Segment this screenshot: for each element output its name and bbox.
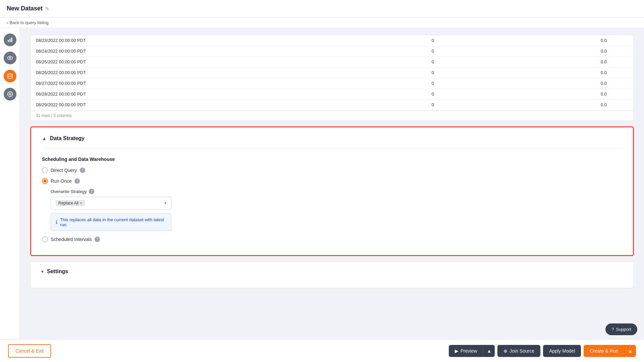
table-cell-date: 08/26/2022 00:00:00 PDT	[31, 67, 305, 78]
join-source-icon: ⊕	[503, 348, 507, 354]
overwrite-section: Overwrite Strategy ? Replace All × ▾ ℹ T…	[51, 189, 622, 231]
table-row: 08/28/2022 00:00:00 PDT 0 0.0	[31, 89, 634, 100]
back-label: Back to query listing	[9, 20, 48, 25]
table-cell-col2: 0	[305, 67, 461, 78]
subsection-title: Scheduling and Data Warehouse	[42, 157, 622, 162]
overwrite-dropdown-btn[interactable]: Replace All × ▾	[51, 197, 171, 209]
support-button[interactable]: ? Support	[605, 323, 637, 335]
svg-rect-0	[8, 40, 9, 42]
radio-scheduled-intervals[interactable]: Scheduled Intervals ?	[42, 236, 622, 242]
scheduled-intervals-label: Scheduled Intervals	[51, 237, 92, 242]
collapse-icon[interactable]: ▲	[42, 136, 47, 141]
table-row: 08/27/2022 00:00:00 PDT 0 0.0	[31, 78, 634, 89]
edit-icon[interactable]: ✎	[45, 6, 49, 11]
table-cell-date: 08/29/2022 00:00:00 PDT	[31, 100, 305, 110]
main-layout: 08/23/2022 00:00:00 PDT 0 0.0 08/24/2022…	[0, 28, 644, 339]
create-run-caret-button[interactable]: ▲	[624, 345, 636, 357]
sidebar-database-icon[interactable]	[4, 70, 16, 82]
svg-rect-2	[11, 38, 12, 42]
table-cell-col3: 0.0	[461, 78, 634, 89]
table-cell-col2: 0	[305, 35, 461, 46]
section-header: ▲ Data Strategy	[42, 135, 622, 141]
preview-button-group: ▶ Preview ▲	[449, 345, 495, 357]
dropdown-tag: Replace All ×	[56, 200, 85, 206]
preview-play-icon: ▶	[455, 348, 459, 354]
radio-run-once[interactable]: Run Once ?	[42, 178, 622, 184]
settings-title: Settings	[47, 268, 68, 275]
overwrite-label: Overwrite Strategy ?	[51, 189, 622, 194]
divider	[42, 148, 622, 148]
run-once-help-icon[interactable]: ?	[74, 178, 80, 184]
table-cell-col2: 0	[305, 78, 461, 89]
bottom-toolbar: Cancel & Exit ▶ Preview ▲ ⊕ Join Source …	[0, 339, 644, 362]
table-row: 08/29/2022 00:00:00 PDT 0 0.0	[31, 100, 634, 110]
run-once-label: Run Once	[51, 178, 72, 184]
info-box: ℹ This replaces all data in the current …	[51, 214, 171, 231]
support-icon: ?	[611, 327, 614, 332]
settings-collapse-icon[interactable]: ▾	[41, 269, 44, 274]
support-label: Support	[616, 327, 631, 332]
table-cell-date: 08/24/2022 00:00:00 PDT	[31, 46, 305, 57]
table-row: 08/23/2022 00:00:00 PDT 0 0.0	[31, 35, 634, 46]
table-cell-date: 08/27/2022 00:00:00 PDT	[31, 78, 305, 89]
sidebar-settings-icon[interactable]	[4, 88, 16, 101]
create-run-button[interactable]: Create & Run	[584, 345, 624, 357]
radio-btn-scheduled[interactable]	[42, 236, 48, 242]
table-cell-col3: 0.0	[461, 46, 634, 57]
info-icon: ℹ	[56, 220, 57, 225]
table-cell-col3: 0.0	[461, 67, 634, 78]
table-cell-col3: 0.0	[461, 57, 634, 67]
sidebar-eye-icon[interactable]	[4, 52, 16, 64]
preview-caret-button[interactable]: ▲	[483, 345, 495, 357]
radio-btn-direct-query[interactable]	[42, 167, 48, 173]
scheduled-help-icon[interactable]: ?	[95, 237, 100, 242]
page-title: New Dataset	[7, 5, 43, 12]
table-cell-col3: 0.0	[461, 100, 634, 110]
back-chevron: ‹	[7, 20, 8, 25]
preview-button[interactable]: ▶ Preview	[449, 345, 483, 357]
create-run-button-group: Create & Run ▲	[584, 345, 636, 357]
table-cell-col3: 0.0	[461, 35, 634, 46]
overwrite-help-icon[interactable]: ?	[89, 189, 94, 194]
table-cell-date: 08/25/2022 00:00:00 PDT	[31, 57, 305, 67]
cancel-exit-button[interactable]: Cancel & Exit	[8, 344, 51, 358]
content-area: 08/23/2022 00:00:00 PDT 0 0.0 08/24/2022…	[20, 28, 644, 339]
svg-point-4	[8, 74, 12, 75]
svg-point-5	[9, 94, 11, 95]
direct-query-help-icon[interactable]: ?	[80, 168, 85, 173]
apply-model-button[interactable]: Apply Model	[543, 345, 581, 357]
table-cell-date: 08/28/2022 00:00:00 PDT	[31, 89, 305, 100]
sidebar-chart-icon[interactable]	[4, 34, 16, 46]
right-actions: ▶ Preview ▲ ⊕ Join Source Apply Model Cr…	[449, 345, 636, 357]
table-cell-col2: 0	[305, 100, 461, 110]
table-cell-col2: 0	[305, 46, 461, 57]
table-cell-col2: 0	[305, 57, 461, 67]
table-row: 08/24/2022 00:00:00 PDT 0 0.0	[31, 46, 634, 57]
chevron-down-icon: ▾	[164, 201, 166, 205]
preview-label: Preview	[461, 348, 477, 354]
join-source-button[interactable]: ⊕ Join Source	[497, 345, 540, 357]
data-strategy-section: ▲ Data Strategy Scheduling and Data Ware…	[30, 126, 634, 256]
section-title: Data Strategy	[50, 135, 85, 141]
settings-header: ▾ Settings	[41, 268, 623, 275]
table-cell-date: 08/23/2022 00:00:00 PDT	[31, 35, 305, 46]
svg-point-3	[9, 57, 11, 59]
sidebar	[0, 28, 20, 339]
table-footer: 31 rows / 3 columns	[31, 110, 634, 121]
join-source-label: Join Source	[509, 348, 534, 354]
settings-section: ▾ Settings	[30, 261, 634, 288]
info-message: This replaces all data in the current da…	[60, 217, 166, 227]
direct-query-label: Direct Query	[51, 168, 77, 173]
table-cell-col3: 0.0	[461, 89, 634, 100]
table-row: 08/26/2022 00:00:00 PDT 0 0.0	[31, 67, 634, 78]
radio-btn-run-once[interactable]	[42, 178, 48, 184]
table-row: 08/25/2022 00:00:00 PDT 0 0.0	[31, 57, 634, 67]
svg-rect-1	[9, 39, 10, 42]
table-cell-col2: 0	[305, 89, 461, 100]
tag-close-icon[interactable]: ×	[80, 201, 82, 205]
radio-direct-query[interactable]: Direct Query ?	[42, 167, 622, 173]
back-link[interactable]: ‹ Back to query listing	[0, 17, 644, 28]
overwrite-dropdown[interactable]: Replace All × ▾	[51, 197, 171, 209]
top-header: New Dataset ✎	[0, 0, 644, 17]
data-table: 08/23/2022 00:00:00 PDT 0 0.0 08/24/2022…	[31, 35, 634, 110]
